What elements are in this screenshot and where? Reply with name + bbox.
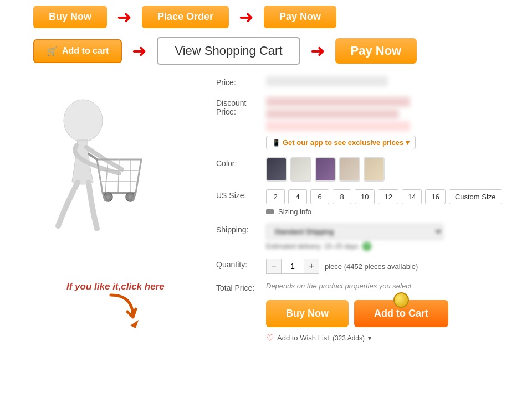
discount-value: Get our app to see exclusive prices ▾ bbox=[266, 97, 521, 149]
total-price-row: Total Price: Depends on the product prop… bbox=[216, 282, 521, 292]
wishlist-count: (323 Adds) bbox=[332, 334, 365, 342]
size-btn-14[interactable]: 14 bbox=[402, 189, 422, 204]
buy-now-main-button[interactable]: Buy Now bbox=[266, 300, 349, 327]
arrow-icon-3: ➜ bbox=[132, 40, 147, 61]
sizing-info[interactable]: Sizing info bbox=[266, 208, 521, 216]
color-swatches bbox=[266, 157, 385, 182]
svg-line-3 bbox=[105, 159, 108, 193]
buy-now-top-button[interactable]: Buy Now bbox=[33, 6, 107, 28]
total-price-text: Depends on the product properties you se… bbox=[266, 282, 411, 290]
total-price-label: Total Price: bbox=[216, 282, 266, 292]
arrow-icon-1: ➜ bbox=[117, 7, 132, 28]
size-btn-16[interactable]: 16 bbox=[425, 189, 445, 204]
shipping-days: Estimated delivery: 15–25 days ? bbox=[266, 242, 521, 251]
main-content: If you like it,click here Price: Discoun… bbox=[0, 71, 532, 343]
add-to-cart-flow-button[interactable]: 🛒 Add to cart bbox=[33, 39, 122, 63]
wishlist-row: ♡ Add to Wish List (323 Adds) ▾ bbox=[266, 333, 521, 343]
add-to-cart-main-button[interactable]: Add to Cart bbox=[354, 300, 448, 327]
color-swatch-purple[interactable] bbox=[315, 157, 336, 182]
color-swatch-light[interactable] bbox=[290, 157, 311, 182]
sizing-info-label: Sizing info bbox=[278, 208, 311, 216]
shipping-label: Shipping: bbox=[216, 224, 266, 234]
quantity-label: Quantity: bbox=[216, 259, 266, 269]
price-label: Price: bbox=[216, 76, 266, 87]
size-btn-6[interactable]: 6 bbox=[310, 189, 329, 204]
size-btn-2[interactable]: 2 bbox=[266, 189, 285, 204]
size-btn-4[interactable]: 4 bbox=[288, 189, 307, 204]
quantity-row: Quantity: − + piece (4452 pieces availab… bbox=[216, 259, 521, 274]
svg-marker-14 bbox=[130, 320, 139, 328]
price-blurred-bar bbox=[266, 76, 388, 86]
character-svg bbox=[11, 87, 177, 276]
top-flow-bar: Buy Now ➜ Place Order ➜ Pay Now bbox=[0, 0, 532, 34]
size-value: 2 4 6 8 10 12 14 16 Custom Size Sizing i… bbox=[266, 189, 521, 216]
size-btn-10[interactable]: 10 bbox=[355, 189, 375, 204]
view-shopping-cart-button[interactable]: View Shopping Cart bbox=[157, 37, 300, 65]
add-to-cart-label: Add to Cart bbox=[374, 308, 428, 319]
wishlist-dropdown-icon[interactable]: ▾ bbox=[368, 334, 371, 342]
quantity-input[interactable] bbox=[282, 259, 304, 274]
color-swatch-dark[interactable] bbox=[266, 157, 287, 182]
svg-point-10 bbox=[106, 195, 110, 199]
add-to-cart-flow-label: Add to cart bbox=[62, 46, 109, 56]
right-panel: Price: Discount Price: Get our app to se… bbox=[211, 71, 521, 343]
arrow-icon-4: ➜ bbox=[310, 40, 325, 61]
svg-point-0 bbox=[64, 100, 103, 142]
color-label: Color: bbox=[216, 157, 266, 168]
wishlist-text[interactable]: Add to Wish List bbox=[277, 334, 329, 342]
us-size-label: US Size: bbox=[216, 189, 266, 200]
quantity-value-container: − + piece (4452 pieces available) bbox=[266, 259, 521, 274]
app-exclusive-price-button[interactable]: Get our app to see exclusive prices ▾ bbox=[266, 136, 416, 149]
color-swatch-beige[interactable] bbox=[339, 157, 360, 182]
second-flow-bar: 🛒 Add to cart ➜ View Shopping Cart ➜ Pay… bbox=[0, 34, 532, 68]
color-swatch-cream[interactable] bbox=[364, 157, 385, 182]
cart-icon: 🛒 bbox=[47, 46, 58, 56]
dropdown-icon: ▾ bbox=[406, 138, 410, 147]
price-row: Price: bbox=[216, 76, 521, 89]
us-size-row: US Size: 2 4 6 8 10 12 14 16 Custom Size… bbox=[216, 189, 521, 216]
bottom-buttons: Buy Now Add to Cart bbox=[266, 300, 521, 327]
custom-size-button[interactable]: Custom Size bbox=[449, 189, 502, 204]
size-buttons-container: 2 4 6 8 10 12 14 16 Custom Size bbox=[266, 189, 521, 204]
ruler-icon bbox=[266, 209, 274, 214]
discount-label: Discount Price: bbox=[216, 97, 266, 116]
curved-arrow bbox=[105, 290, 211, 336]
coin-icon bbox=[393, 292, 409, 308]
shipping-select[interactable]: Standard Shipping bbox=[266, 224, 443, 240]
quantity-control: − + piece (4452 pieces available) bbox=[266, 259, 521, 274]
price-value bbox=[266, 76, 521, 89]
heart-icon: ♡ bbox=[266, 333, 274, 343]
app-price-label: Get our app to see exclusive prices bbox=[283, 138, 403, 147]
size-btn-12[interactable]: 12 bbox=[378, 189, 398, 204]
quantity-increase-button[interactable]: + bbox=[304, 259, 319, 274]
discount-blurred-bar-2 bbox=[266, 109, 399, 119]
pay-now-flow-button[interactable]: Pay Now bbox=[335, 38, 417, 64]
discount-price-row: Discount Price: Get our app to see exclu… bbox=[216, 97, 521, 149]
size-btn-8[interactable]: 8 bbox=[332, 189, 351, 204]
quantity-decrease-button[interactable]: − bbox=[266, 259, 282, 274]
pay-now-top-button[interactable]: Pay Now bbox=[264, 6, 336, 28]
discount-blurred-bar-3 bbox=[266, 121, 410, 131]
place-order-button[interactable]: Place Order bbox=[142, 6, 229, 28]
discount-blurred-bar-1 bbox=[266, 97, 410, 107]
color-row: Color: bbox=[216, 157, 521, 182]
cart-figure bbox=[11, 87, 177, 276]
shipping-row: Shipping: Standard Shipping Estimated de… bbox=[216, 224, 521, 251]
left-panel: If you like it,click here bbox=[11, 71, 211, 343]
svg-point-11 bbox=[129, 195, 132, 199]
quantity-available: piece (4452 pieces available) bbox=[325, 262, 418, 271]
svg-line-4 bbox=[118, 159, 119, 193]
shipping-value: Standard Shipping Estimated delivery: 15… bbox=[266, 224, 521, 251]
arrow-icon-2: ➜ bbox=[239, 7, 254, 28]
help-icon[interactable]: ? bbox=[362, 242, 371, 251]
